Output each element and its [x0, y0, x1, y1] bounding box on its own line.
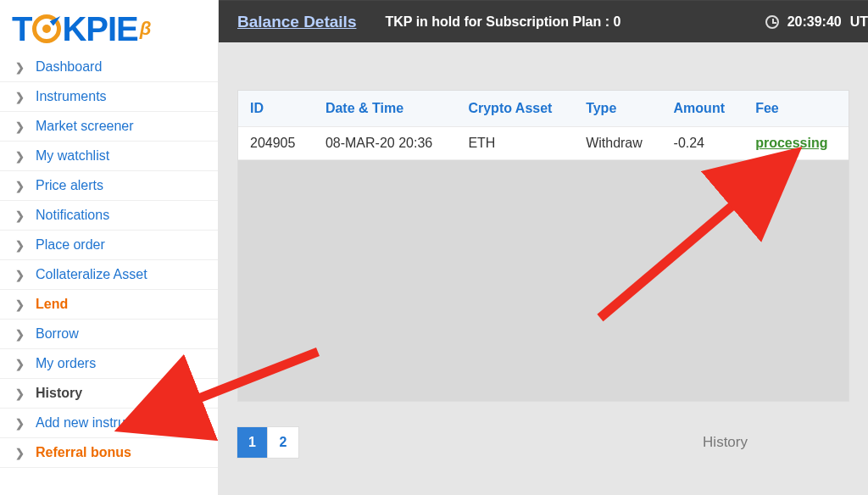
- chevron-right-icon: ❯: [15, 270, 24, 281]
- sidebar-item-label: Dashboard: [36, 59, 102, 75]
- sidebar-item-instruments[interactable]: ❯Instruments: [0, 82, 218, 111]
- clock: 20:39:40 UT: [765, 14, 868, 30]
- sidebar-item-label: My orders: [36, 356, 96, 371]
- sidebar-item-label: My watchlist: [36, 148, 109, 164]
- pager-breadcrumb: History: [703, 434, 748, 451]
- beta-badge: β: [140, 19, 151, 38]
- logo-letter-t: T: [12, 12, 31, 46]
- col-amount[interactable]: Amount: [662, 91, 744, 127]
- chevron-right-icon: ❯: [15, 388, 24, 399]
- cell-type: Withdraw: [574, 127, 661, 160]
- clock-tz: UT: [850, 14, 868, 30]
- sidebar-item-label: Lend: [36, 297, 68, 312]
- balance-details-link[interactable]: Balance Details: [237, 13, 356, 31]
- processing-status-link[interactable]: processing: [755, 136, 827, 150]
- sidebar-item-label: Collateralize Asset: [36, 267, 147, 282]
- col-datetime[interactable]: Date & Time: [314, 91, 457, 127]
- sidebar-item-label: Place order: [36, 237, 105, 253]
- pager: 1 2: [237, 427, 298, 458]
- sidebar-item-label: Referral bonus: [36, 445, 131, 460]
- sidebar-nav: ❯Dashboard ❯Instruments ❯Market screener…: [0, 53, 218, 468]
- sidebar-item-notifications[interactable]: ❯Notifications: [0, 201, 218, 230]
- sidebar-item-label: History: [36, 386, 82, 401]
- sidebar: T KPIE β ❯Dashboard ❯Instruments ❯Market…: [0, 0, 219, 495]
- col-type[interactable]: Type: [574, 91, 661, 127]
- chevron-right-icon: ❯: [15, 151, 24, 162]
- sidebar-item-lend[interactable]: ❯Lend: [0, 290, 218, 319]
- pager-row: 1 2 History: [237, 427, 849, 458]
- pager-page-2[interactable]: 2: [268, 427, 298, 458]
- sidebar-item-borrow[interactable]: ❯Borrow: [0, 320, 218, 348]
- col-asset[interactable]: Crypto Asset: [456, 91, 574, 127]
- chevron-right-icon: ❯: [15, 210, 24, 221]
- table-header-row: ID Date & Time Crypto Asset Type Amount …: [238, 91, 849, 127]
- sidebar-item-my-orders[interactable]: ❯My orders: [0, 349, 218, 378]
- table-row[interactable]: 204905 08-MAR-20 20:36 ETH Withdraw -0.2…: [238, 127, 849, 160]
- chevron-right-icon: ❯: [15, 299, 24, 310]
- sidebar-item-dashboard[interactable]: ❯Dashboard: [0, 53, 218, 81]
- topbar: Balance Details TKP in hold for Subscrip…: [219, 0, 868, 42]
- cell-id: 204905: [238, 127, 314, 160]
- logo-text-rest: KPIE: [62, 12, 137, 46]
- sidebar-item-label: Add new instrument: [36, 415, 155, 431]
- col-id[interactable]: ID: [238, 91, 314, 127]
- col-fee[interactable]: Fee: [743, 91, 849, 127]
- cell-fee: processing: [743, 127, 849, 160]
- sidebar-item-referral-bonus[interactable]: ❯Referral bonus: [0, 438, 218, 467]
- clock-icon: [765, 15, 779, 29]
- sidebar-item-my-watchlist[interactable]: ❯My watchlist: [0, 142, 218, 170]
- sidebar-item-label: Notifications: [36, 208, 109, 223]
- chevron-right-icon: ❯: [15, 92, 24, 103]
- chevron-right-icon: ❯: [15, 448, 24, 459]
- tkp-hold-status: TKP in hold for Subscription Plan : 0: [385, 14, 620, 30]
- sidebar-item-price-alerts[interactable]: ❯Price alerts: [0, 171, 218, 200]
- chevron-right-icon: ❯: [15, 359, 24, 370]
- main-content: Balance Details TKP in hold for Subscrip…: [219, 0, 868, 495]
- sidebar-item-label: Price alerts: [36, 178, 103, 193]
- chevron-right-icon: ❯: [15, 240, 24, 251]
- history-table-panel: ID Date & Time Crypto Asset Type Amount …: [237, 90, 849, 402]
- cell-datetime: 08-MAR-20 20:36: [314, 127, 457, 160]
- sidebar-item-add-new-instrument[interactable]: ❯Add new instrument: [0, 409, 218, 437]
- bullseye-icon: [32, 14, 61, 43]
- clock-time: 20:39:40: [787, 14, 842, 30]
- chevron-right-icon: ❯: [15, 329, 24, 340]
- chevron-right-icon: ❯: [15, 181, 24, 192]
- sidebar-item-collateralize-asset[interactable]: ❯Collateralize Asset: [0, 260, 218, 289]
- chevron-right-icon: ❯: [15, 418, 24, 429]
- logo[interactable]: T KPIE β: [0, 0, 218, 53]
- sidebar-item-market-screener[interactable]: ❯Market screener: [0, 112, 218, 141]
- sidebar-item-history[interactable]: ❯History: [0, 379, 218, 408]
- chevron-right-icon: ❯: [15, 121, 24, 132]
- sidebar-item-label: Market screener: [36, 119, 134, 134]
- history-table: ID Date & Time Crypto Asset Type Amount …: [238, 91, 849, 160]
- pager-page-1[interactable]: 1: [237, 427, 268, 458]
- sidebar-item-place-order[interactable]: ❯Place order: [0, 231, 218, 259]
- chevron-right-icon: ❯: [15, 62, 24, 73]
- cell-amount: -0.24: [662, 127, 744, 160]
- cell-asset: ETH: [456, 127, 574, 160]
- sidebar-item-label: Borrow: [36, 326, 79, 342]
- sidebar-item-label: Instruments: [36, 89, 107, 104]
